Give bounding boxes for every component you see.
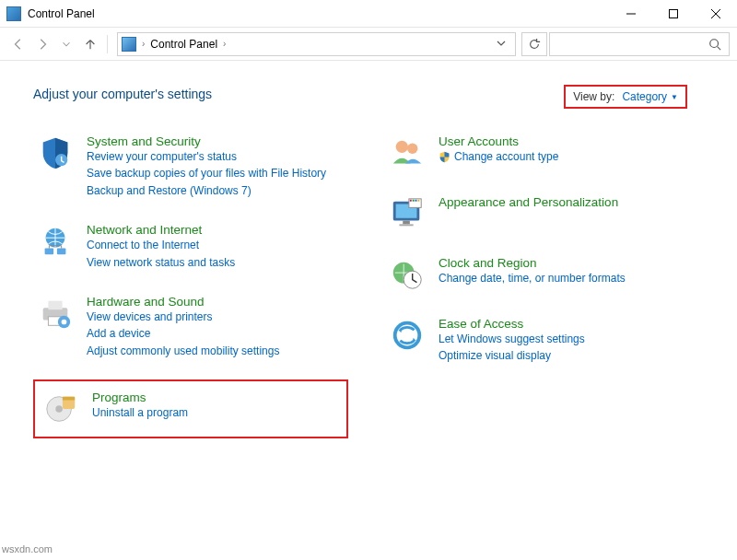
forward-button[interactable] [31, 33, 53, 55]
view-by-value[interactable]: Category▼ [622, 90, 678, 103]
monitor-icon [389, 195, 426, 232]
watermark: wsxdn.com [2, 543, 53, 554]
category-user-accounts: User Accounts Change account type [385, 131, 700, 175]
category-title[interactable]: System and Security [87, 134, 326, 148]
category-title[interactable]: Network and Internet [87, 223, 235, 237]
search-icon [708, 38, 721, 51]
svg-rect-28 [399, 224, 413, 226]
left-column: System and Security Review your computer… [33, 131, 348, 438]
recent-dropdown[interactable] [55, 33, 77, 55]
refresh-button[interactable] [521, 32, 547, 56]
users-icon [389, 134, 426, 171]
svg-rect-17 [63, 397, 75, 401]
category-title[interactable]: Appearance and Personalization [439, 195, 618, 209]
view-by-control[interactable]: View by: Category▼ [564, 85, 687, 109]
up-button[interactable] [79, 33, 101, 55]
category-link[interactable]: Backup and Restore (Windows 7) [87, 183, 326, 199]
svg-point-19 [407, 144, 417, 154]
category-link[interactable]: Add a device [87, 326, 279, 342]
uac-shield-icon [439, 151, 450, 163]
search-input[interactable] [549, 32, 730, 56]
category-link[interactable]: Optimize visual display [439, 348, 585, 364]
category-system-security: System and Security Review your computer… [33, 131, 348, 203]
svg-line-5 [718, 46, 721, 50]
svg-rect-25 [415, 200, 417, 202]
category-title[interactable]: Programs [92, 391, 188, 404]
close-button[interactable] [695, 0, 737, 28]
category-link[interactable]: Connect to the Internet [87, 238, 235, 253]
chevron-right-icon: › [223, 39, 226, 49]
navbar: › Control Panel › [0, 28, 737, 61]
control-panel-icon [6, 6, 21, 21]
category-link[interactable]: Adjust commonly used mobility settings [87, 344, 279, 359]
address-icon [122, 37, 136, 52]
ease-of-access-icon [389, 317, 426, 354]
category-link[interactable]: Change account type [454, 149, 558, 165]
svg-point-15 [55, 405, 63, 413]
category-appearance-personalization: Appearance and Personalization [385, 192, 700, 236]
back-button[interactable] [7, 33, 29, 55]
svg-point-4 [710, 39, 719, 47]
category-link[interactable]: Save backup copies of your files with Fi… [87, 166, 326, 181]
category-link[interactable]: Let Windows suggest settings [439, 332, 585, 347]
category-link[interactable]: View network status and tasks [87, 255, 235, 271]
maximize-button[interactable] [652, 0, 695, 28]
printer-icon [37, 295, 74, 332]
category-title[interactable]: Clock and Region [439, 256, 626, 270]
categories: System and Security Review your computer… [33, 131, 700, 438]
minimize-button[interactable] [610, 0, 652, 28]
chevron-right-icon: › [142, 39, 145, 49]
globe-icon [37, 223, 74, 260]
svg-rect-1 [670, 9, 678, 18]
view-by-label: View by: [573, 90, 614, 103]
content-area: Adjust your computer's settings View by:… [0, 61, 737, 438]
svg-rect-26 [417, 200, 419, 202]
programs-icon [42, 391, 79, 427]
svg-rect-11 [48, 301, 62, 310]
category-link[interactable]: Uninstall a program [92, 405, 188, 421]
right-column: User Accounts Change account type Appear… [385, 131, 700, 438]
category-network-internet: Network and Internet Connect to the Inte… [33, 219, 348, 274]
address-bar[interactable]: › Control Panel › [117, 32, 516, 56]
clock-icon [389, 256, 426, 293]
svg-rect-9 [57, 249, 66, 255]
category-title[interactable]: Hardware and Sound [87, 295, 279, 309]
svg-rect-24 [413, 200, 415, 202]
category-clock-region: Clock and Region Change date, time, or n… [385, 252, 700, 297]
category-title[interactable]: Ease of Access [439, 317, 585, 331]
shield-icon [37, 134, 74, 171]
svg-point-18 [396, 141, 408, 153]
titlebar: Control Panel [0, 0, 737, 28]
chevron-down-icon: ▼ [671, 93, 678, 101]
category-ease-of-access: Ease of Access Let Windows suggest setti… [385, 313, 700, 368]
category-link[interactable]: Review your computer's status [87, 149, 326, 165]
category-hardware-sound: Hardware and Sound View devices and prin… [33, 291, 348, 363]
category-link[interactable]: Change date, time, or number formats [439, 271, 626, 286]
category-link[interactable]: View devices and printers [87, 309, 279, 325]
address-dropdown[interactable] [491, 38, 511, 51]
category-title[interactable]: User Accounts [439, 134, 558, 148]
category-programs: Programs Uninstall a program [33, 379, 348, 438]
breadcrumb[interactable]: Control Panel [150, 38, 217, 51]
svg-rect-23 [410, 200, 412, 202]
svg-rect-27 [403, 221, 410, 225]
window-title: Control Panel [28, 7, 95, 20]
svg-rect-8 [45, 249, 54, 255]
